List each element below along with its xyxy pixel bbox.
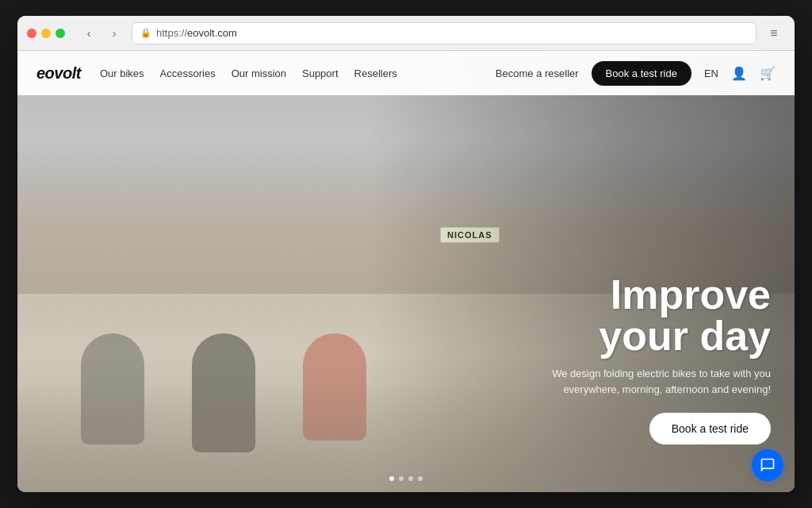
nav-support[interactable]: Support [302,67,339,79]
hero-heading-line1: Improve [517,274,771,315]
language-selector[interactable]: EN [704,67,718,79]
nav-right: Become a reseller Book a test ride EN 👤 … [496,61,776,86]
site-logo: eovolt [36,64,81,83]
nav-resellers[interactable]: Resellers [354,67,397,79]
nav-book-test-ride-button[interactable]: Book a test ride [592,61,691,86]
traffic-lights [27,29,65,38]
slide-dot-3[interactable] [408,476,413,481]
nav-our-mission[interactable]: Our mission [232,67,286,79]
user-icon[interactable]: 👤 [731,66,747,81]
slide-dot-1[interactable] [389,476,394,481]
hero-heading-line2: your day [517,315,771,356]
nav-our-bikes[interactable]: Our bikes [100,67,144,79]
website-content: NICOLAS eovolt Our bikes Accessories Our… [17,51,795,492]
minimize-button[interactable] [41,29,51,38]
hero-subtext: We design folding electric bikes to take… [517,366,771,397]
browser-chrome: ‹ › 🔒 https://eovolt.com ≡ [17,16,795,51]
slide-dot-4[interactable] [418,476,423,481]
chat-widget[interactable] [752,449,783,481]
browser-window: ‹ › 🔒 https://eovolt.com ≡ NICOLAS [17,16,795,492]
hero-heading: Improve your day [517,274,771,356]
browser-menu-button[interactable]: ≡ [763,22,785,44]
nav-buttons: ‹ › [78,22,125,44]
back-button[interactable]: ‹ [78,22,100,44]
forward-button[interactable]: › [103,22,125,44]
nav-accessories[interactable]: Accessories [160,67,216,79]
chat-icon [760,457,776,473]
hero-book-test-ride-button[interactable]: Book a test ride [649,413,771,444]
become-reseller-link[interactable]: Become a reseller [496,67,579,79]
nav-links: Our bikes Accessories Our mission Suppor… [100,67,496,79]
address-bar[interactable]: 🔒 https://eovolt.com [132,22,756,44]
slide-dot-2[interactable] [399,476,404,481]
close-button[interactable] [27,29,36,38]
navigation-bar: eovolt Our bikes Accessories Our mission… [17,51,795,95]
lock-icon: 🔒 [140,28,151,38]
address-url: https://eovolt.com [156,27,237,39]
fullscreen-button[interactable] [56,29,65,38]
cart-icon[interactable]: 🛒 [760,66,776,81]
hero-text-block: Improve your day We design folding elect… [517,274,771,444]
slide-indicators [389,476,423,481]
